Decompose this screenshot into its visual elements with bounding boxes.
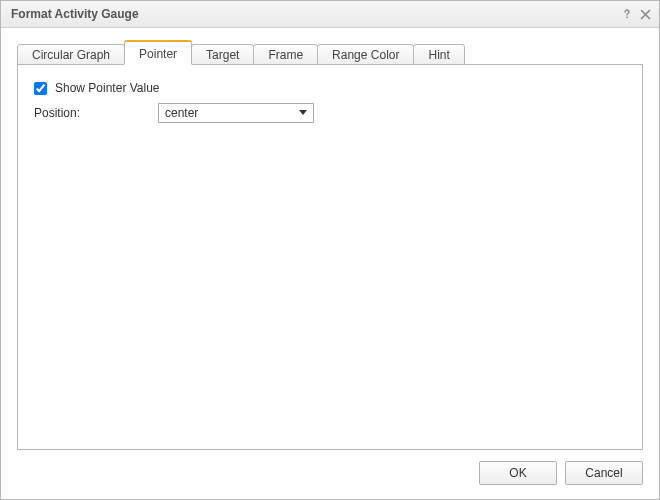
- dialog-footer: OK Cancel: [1, 461, 659, 499]
- position-select[interactable]: center: [158, 103, 314, 123]
- position-label: Position:: [32, 106, 158, 120]
- tabs: Circular Graph Pointer Target Frame Rang…: [1, 28, 659, 65]
- tab-range-color[interactable]: Range Color: [317, 44, 414, 66]
- ok-button[interactable]: OK: [479, 461, 557, 485]
- svg-point-0: [626, 17, 628, 19]
- help-icon[interactable]: [619, 6, 635, 22]
- tab-frame[interactable]: Frame: [253, 44, 318, 66]
- position-select-value: center: [165, 106, 198, 120]
- titlebar: Format Activity Gauge: [1, 1, 659, 28]
- tab-target[interactable]: Target: [191, 44, 254, 66]
- chevron-down-icon: [299, 110, 307, 115]
- dialog-title: Format Activity Gauge: [11, 7, 617, 21]
- close-icon[interactable]: [637, 6, 653, 22]
- show-pointer-value-label: Show Pointer Value: [55, 81, 160, 95]
- pointer-panel: Show Pointer Value Position: center: [17, 64, 643, 450]
- format-activity-gauge-dialog: Format Activity Gauge Circular Graph Poi…: [0, 0, 660, 500]
- cancel-button[interactable]: Cancel: [565, 461, 643, 485]
- tab-hint[interactable]: Hint: [413, 44, 464, 66]
- tab-pointer[interactable]: Pointer: [124, 40, 192, 65]
- tab-circular-graph[interactable]: Circular Graph: [17, 44, 125, 66]
- show-pointer-value-checkbox[interactable]: [34, 82, 47, 95]
